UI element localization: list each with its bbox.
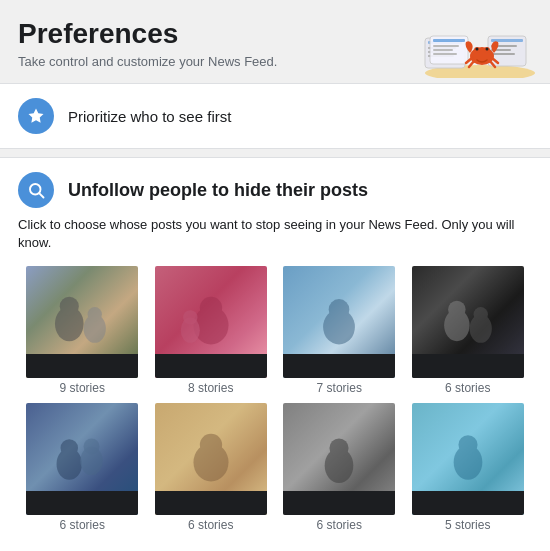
person-stories: 6 stories (317, 518, 362, 532)
page-container: Preferences Take control and customize y… (0, 0, 550, 551)
svg-line-26 (39, 193, 43, 197)
person-stories: 6 stories (188, 518, 233, 532)
person-name-bar (412, 491, 524, 515)
svg-point-40 (473, 307, 487, 321)
spacer (0, 149, 550, 157)
person-card[interactable]: 7 stories (279, 266, 400, 395)
person-photo (155, 403, 267, 515)
prioritize-label: Prioritize who to see first (68, 108, 231, 125)
person-card[interactable]: 6 stories (408, 266, 529, 395)
svg-point-19 (476, 48, 479, 51)
person-photo (283, 266, 395, 378)
person-name-bar (26, 491, 138, 515)
svg-point-38 (448, 301, 466, 318)
person-photo (155, 266, 267, 378)
unfollow-title: Unfollow people to hide their posts (68, 180, 368, 201)
search-icon (27, 181, 45, 199)
person-photo (283, 403, 395, 515)
star-icon (27, 107, 45, 125)
unfollow-description: Click to choose whose posts you want to … (18, 216, 532, 252)
person-name-bar (155, 491, 267, 515)
person-name-bar (155, 354, 267, 378)
svg-point-32 (200, 297, 222, 319)
svg-point-42 (61, 440, 79, 458)
person-stories: 7 stories (317, 381, 362, 395)
person-name-bar (412, 354, 524, 378)
svg-point-28 (60, 297, 79, 316)
person-card[interactable]: 9 stories (22, 266, 143, 395)
svg-point-50 (458, 436, 477, 455)
person-stories: 5 stories (445, 518, 490, 532)
person-photo (412, 403, 524, 515)
person-photo (412, 266, 524, 378)
svg-rect-8 (433, 45, 459, 47)
unfollow-header: Unfollow people to hide their posts (18, 172, 532, 208)
person-stories: 6 stories (60, 518, 105, 532)
svg-point-46 (200, 434, 222, 456)
svg-rect-10 (433, 53, 457, 55)
svg-point-20 (486, 48, 489, 51)
person-photo (26, 403, 138, 515)
search-icon-wrap (18, 172, 54, 208)
person-stories: 9 stories (60, 381, 105, 395)
svg-rect-15 (491, 53, 515, 55)
svg-point-30 (88, 307, 102, 321)
svg-point-34 (183, 311, 197, 325)
svg-point-48 (330, 439, 349, 458)
header-illustration (420, 8, 540, 78)
person-name-bar (283, 491, 395, 515)
person-card[interactable]: 6 stories (22, 403, 143, 532)
svg-rect-7 (433, 39, 465, 42)
people-grid: 9 stories 8 stories (18, 266, 532, 542)
person-card[interactable]: 8 stories (151, 266, 272, 395)
svg-point-36 (329, 299, 350, 320)
person-photo (26, 266, 138, 378)
person-card[interactable]: 6 stories (279, 403, 400, 532)
svg-rect-9 (433, 49, 453, 51)
person-card[interactable]: 5 stories (408, 403, 529, 532)
person-stories: 6 stories (445, 381, 490, 395)
person-stories: 8 stories (188, 381, 233, 395)
person-card[interactable]: 6 stories (151, 403, 272, 532)
person-name-bar (283, 354, 395, 378)
unfollow-section: Unfollow people to hide their posts Clic… (0, 157, 550, 551)
prioritize-row[interactable]: Prioritize who to see first (0, 83, 550, 149)
star-icon-wrap (18, 98, 54, 134)
header: Preferences Take control and customize y… (0, 0, 550, 83)
person-name-bar (26, 354, 138, 378)
svg-point-44 (84, 439, 100, 455)
